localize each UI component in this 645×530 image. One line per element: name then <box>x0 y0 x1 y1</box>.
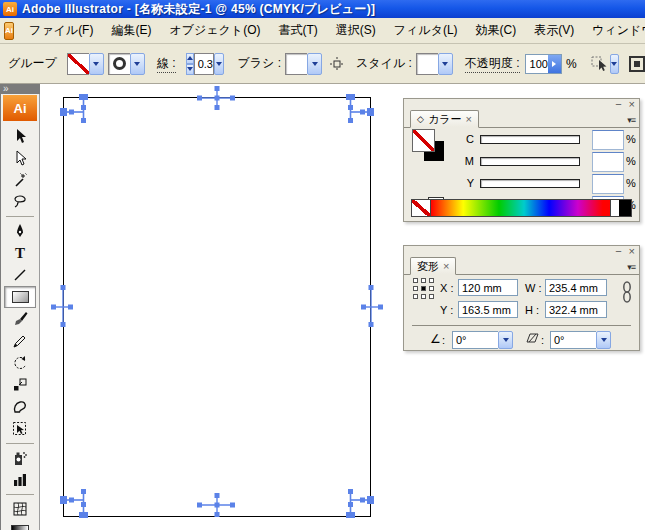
yellow-row: Y % <box>404 174 639 194</box>
spectrum-none-swatch[interactable] <box>412 200 431 216</box>
spectrum-ramp[interactable] <box>431 200 610 216</box>
menu-object[interactable]: オブジェクト(O) <box>160 19 269 42</box>
w-input[interactable]: 235.4 mm <box>545 279 607 296</box>
stroke-weight-stepper[interactable] <box>186 53 194 75</box>
stroke-weight-down[interactable] <box>186 64 194 75</box>
fill-dropdown-arrow[interactable] <box>89 53 104 75</box>
tab-transform-close-icon[interactable]: × <box>443 260 449 272</box>
close-icon[interactable]: × <box>629 246 635 256</box>
brush-dropdown-arrow[interactable] <box>307 53 322 75</box>
minimize-icon[interactable]: − <box>615 246 621 256</box>
tool-mesh[interactable] <box>4 498 36 520</box>
yellow-input[interactable] <box>592 174 624 194</box>
tool-line-segment[interactable] <box>4 264 36 286</box>
toolbar-collapse-button[interactable]: » <box>0 84 40 94</box>
tool-lasso[interactable] <box>4 191 36 213</box>
trim-mark-bottom-left[interactable] <box>60 484 98 518</box>
toolbar-divider <box>6 216 34 217</box>
trim-mark-top-right[interactable] <box>336 94 374 128</box>
stroke-weight-link[interactable]: 線 : <box>157 55 176 73</box>
adobe-logo-button[interactable]: Ai <box>3 95 37 121</box>
tool-warp[interactable] <box>4 396 36 418</box>
tab-transform[interactable]: 変形 × <box>410 257 456 275</box>
shear-angle-dropdown[interactable] <box>596 331 611 349</box>
tool-scale[interactable] <box>4 374 36 396</box>
stroke-weight-dropdown[interactable] <box>214 53 223 75</box>
tool-paintbrush[interactable] <box>4 308 36 330</box>
shear-angle-value[interactable]: 0° <box>550 331 596 349</box>
trim-mark-bottom-center[interactable] <box>197 493 237 517</box>
minimize-icon[interactable]: − <box>615 99 621 109</box>
tool-rectangle[interactable] <box>4 286 36 308</box>
close-icon[interactable]: × <box>629 99 635 109</box>
trim-mark-top-left[interactable] <box>60 94 98 128</box>
menu-file[interactable]: ファイル(F) <box>20 19 102 42</box>
brush-dropdown[interactable] <box>285 53 322 75</box>
menu-window[interactable]: ウィンドウ(W) <box>583 19 645 42</box>
tool-type[interactable]: T <box>4 242 36 264</box>
artboard[interactable] <box>63 97 371 517</box>
stroke-swatch-icon <box>113 57 126 70</box>
tool-rotate[interactable] <box>4 352 36 374</box>
magenta-slider[interactable] <box>480 157 580 166</box>
color-palette-tabs: ◇ カラー × ▾≡ <box>404 111 639 128</box>
tool-column-graph[interactable] <box>4 469 36 491</box>
document-setup-icon[interactable] <box>629 56 645 72</box>
color-spectrum-bar[interactable] <box>411 199 632 217</box>
tool-direct-selection[interactable] <box>4 147 36 169</box>
tool-symbol-sprayer[interactable] <box>4 447 36 469</box>
cyan-slider[interactable] <box>480 135 580 144</box>
menu-edit[interactable]: 編集(E) <box>102 19 160 42</box>
yellow-slider[interactable] <box>480 179 580 188</box>
tool-magic-wand[interactable] <box>4 169 36 191</box>
tool-selection[interactable] <box>4 125 36 147</box>
menu-view[interactable]: 表示(V) <box>525 19 583 42</box>
h-input[interactable]: 322.4 mm <box>545 301 607 318</box>
trim-mark-middle-right[interactable] <box>359 285 383 329</box>
tool-pen[interactable] <box>4 220 36 242</box>
stroke-weight-up[interactable] <box>186 53 194 64</box>
constrain-proportions-icon[interactable] <box>622 280 632 308</box>
menu-filter[interactable]: フィルタ(L) <box>385 19 467 42</box>
fill-color-dropdown[interactable] <box>67 53 104 75</box>
opacity-slider-arrow[interactable] <box>548 55 561 73</box>
shear-angle-combo[interactable]: 0° <box>550 331 611 349</box>
stroke-color-dropdown[interactable] <box>108 53 145 75</box>
opacity-link[interactable]: 不透明度 : <box>465 55 520 73</box>
cycle-icon[interactable]: ◇ <box>417 114 424 124</box>
menu-type[interactable]: 書式(T) <box>269 19 326 42</box>
color-flyout-menu-icon[interactable]: ▾≡ <box>627 115 635 125</box>
transform-flyout-menu-icon[interactable]: ▾≡ <box>627 262 635 272</box>
stroke-dropdown-arrow[interactable] <box>130 53 145 75</box>
tool-pencil[interactable] <box>4 330 36 352</box>
select-similar-dropdown[interactable] <box>610 54 619 74</box>
rotate-angle-value[interactable]: 0° <box>452 331 498 349</box>
menu-select[interactable]: 選択(S) <box>327 19 385 42</box>
brush-options-icon[interactable] <box>330 57 344 71</box>
y-input[interactable]: 163.5 mm <box>458 301 518 318</box>
cyan-input[interactable] <box>592 130 624 150</box>
rotate-angle-dropdown[interactable] <box>498 331 513 349</box>
menu-effect[interactable]: 効果(C) <box>467 19 526 42</box>
select-similar-icon[interactable] <box>591 56 609 72</box>
gradient-icon <box>11 525 29 530</box>
trim-mark-bottom-right[interactable] <box>336 484 374 518</box>
spectrum-white-swatch[interactable] <box>610 200 619 216</box>
trim-mark-middle-left[interactable] <box>51 285 75 329</box>
magenta-input[interactable] <box>592 152 624 172</box>
opacity-input[interactable]: 100 <box>525 54 562 74</box>
transform-palette-titlebar[interactable]: − × <box>404 246 639 257</box>
style-dropdown-arrow[interactable] <box>438 53 453 75</box>
x-input[interactable]: 120 mm <box>458 279 518 296</box>
tool-free-transform[interactable] <box>4 418 36 440</box>
trim-mark-top-center[interactable] <box>197 86 237 110</box>
rotate-angle-combo[interactable]: 0° <box>452 331 513 349</box>
tool-gradient[interactable] <box>4 520 36 530</box>
tab-color-close-icon[interactable]: × <box>465 113 471 125</box>
rotate-icon: ∠ <box>430 332 441 346</box>
tab-color[interactable]: ◇ カラー × <box>410 110 479 128</box>
style-dropdown[interactable] <box>416 53 453 75</box>
color-palette-titlebar[interactable]: − × <box>404 99 639 110</box>
stroke-weight-value[interactable]: 0.3 pt <box>194 53 214 75</box>
spectrum-black-swatch[interactable] <box>619 200 631 216</box>
